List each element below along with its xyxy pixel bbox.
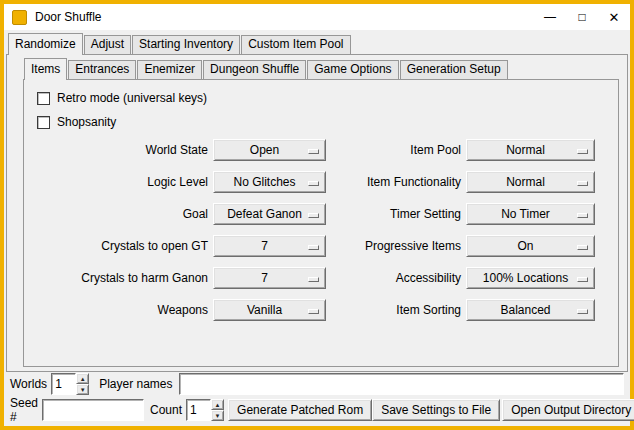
progressive-items-value: On <box>517 239 543 253</box>
option-row: Crystals to harm Ganon 7 Accessibility 1… <box>24 262 618 294</box>
seed-row: Seed # Count ▲ ▼ Generate Patched Rom Sa… <box>10 399 624 421</box>
item-sorting-value: Balanced <box>500 303 560 317</box>
tab-starting-inventory[interactable]: Starting Inventory <box>132 35 240 54</box>
dropdown-indicator-icon <box>308 213 319 218</box>
accessibility-label: Accessibility <box>326 271 461 285</box>
progressive-items-dropdown[interactable]: On <box>466 235 595 257</box>
checkbox-group: Retro mode (universal keys) Shopsanity <box>24 80 618 134</box>
crystals-gt-dropdown[interactable]: 7 <box>213 235 326 257</box>
crystals-gt-value: 7 <box>261 239 278 253</box>
retro-mode-row: Retro mode (universal keys) <box>37 86 618 110</box>
item-functionality-value: Normal <box>506 175 555 189</box>
window-controls: — □ ✕ <box>534 4 630 30</box>
dropdown-indicator-icon <box>577 181 588 186</box>
option-row: Goal Defeat Ganon Timer Setting No Timer <box>24 198 618 230</box>
timer-setting-value: No Timer <box>501 207 560 221</box>
tab-randomize[interactable]: Randomize <box>8 33 83 55</box>
item-pool-dropdown[interactable]: Normal <box>466 139 595 161</box>
logic-level-dropdown[interactable]: No Glitches <box>213 171 326 193</box>
count-input[interactable] <box>186 399 211 421</box>
player-names-input[interactable] <box>179 373 625 395</box>
item-functionality-label: Item Functionality <box>326 175 461 189</box>
weapons-dropdown[interactable]: Vanilla <box>213 299 326 321</box>
worlds-row: Worlds ▲ ▼ Player names <box>10 373 624 395</box>
tab-dungeon-shuffle[interactable]: Dungeon Shuffle <box>203 60 306 79</box>
dropdown-indicator-icon <box>577 149 588 154</box>
shopsanity-label[interactable]: Shopsanity <box>57 115 116 129</box>
option-row: Logic Level No Glitches Item Functionali… <box>24 166 618 198</box>
timer-setting-dropdown[interactable]: No Timer <box>466 203 595 225</box>
dropdown-indicator-icon <box>308 245 319 250</box>
item-sorting-dropdown[interactable]: Balanced <box>466 299 595 321</box>
shopsanity-checkbox[interactable] <box>37 116 50 129</box>
item-sorting-label: Item Sorting <box>326 303 461 317</box>
dropdown-indicator-icon <box>308 277 319 282</box>
spin-up-icon[interactable]: ▲ <box>211 399 224 410</box>
world-state-dropdown[interactable]: Open <box>213 139 326 161</box>
main-content: Randomize Adjust Starting Inventory Cust… <box>4 30 630 426</box>
dropdown-indicator-icon <box>577 277 588 282</box>
count-label: Count <box>150 403 182 417</box>
world-state-value: Open <box>250 143 289 157</box>
count-spin-buttons: ▲ ▼ <box>211 399 224 421</box>
minimize-button[interactable]: — <box>534 4 566 30</box>
generate-patched-rom-button[interactable]: Generate Patched Rom <box>228 399 372 421</box>
dropdown-indicator-icon <box>308 181 319 186</box>
dropdown-indicator-icon <box>577 309 588 314</box>
dropdown-indicator-icon <box>577 213 588 218</box>
accessibility-value: 100% Locations <box>483 271 578 285</box>
weapons-value: Vanilla <box>247 303 292 317</box>
tab-generation-setup[interactable]: Generation Setup <box>400 60 508 79</box>
app-icon <box>12 10 27 25</box>
tab-items[interactable]: Items <box>24 58 67 80</box>
spin-down-icon[interactable]: ▼ <box>76 384 89 395</box>
worlds-spinner: ▲ ▼ <box>51 373 89 395</box>
dropdown-indicator-icon <box>308 309 319 314</box>
dropdown-indicator-icon <box>308 149 319 154</box>
close-button[interactable]: ✕ <box>598 4 630 30</box>
player-names-label: Player names <box>99 377 172 391</box>
tab-adjust[interactable]: Adjust <box>84 35 131 54</box>
bottom-controls: Worlds ▲ ▼ Player names Seed # Count <box>10 373 624 421</box>
save-settings-button[interactable]: Save Settings to File <box>372 399 500 421</box>
tab-enemizer[interactable]: Enemizer <box>137 60 202 79</box>
worlds-input[interactable] <box>51 373 76 395</box>
open-output-directory-button[interactable]: Open Output Directory <box>502 399 634 421</box>
retro-mode-label[interactable]: Retro mode (universal keys) <box>57 91 207 105</box>
inner-tab-bar: Items Entrances Enemizer Dungeon Shuffle… <box>24 58 627 79</box>
world-state-label: World State <box>36 143 208 157</box>
tab-custom-item-pool[interactable]: Custom Item Pool <box>241 35 350 54</box>
titlebar: Door Shuffle — □ ✕ <box>4 4 630 30</box>
logic-level-value: No Glitches <box>233 175 305 189</box>
shopsanity-row: Shopsanity <box>37 110 618 134</box>
crystals-ganon-value: 7 <box>261 271 278 285</box>
window-title: Door Shuffle <box>35 10 102 24</box>
items-panel: Retro mode (universal keys) Shopsanity W… <box>23 79 619 367</box>
seed-input[interactable] <box>42 399 144 421</box>
count-spinner: ▲ ▼ <box>186 399 224 421</box>
outer-tab-bar: Randomize Adjust Starting Inventory Cust… <box>8 33 630 54</box>
item-pool-label: Item Pool <box>326 143 461 157</box>
goal-dropdown[interactable]: Defeat Ganon <box>213 203 326 225</box>
weapons-label: Weapons <box>36 303 208 317</box>
options-grid: World State Open Item Pool Normal Logic … <box>24 134 618 326</box>
spin-down-icon[interactable]: ▼ <box>211 410 224 421</box>
option-row: Weapons Vanilla Item Sorting Balanced <box>24 294 618 326</box>
accessibility-dropdown[interactable]: 100% Locations <box>466 267 595 289</box>
progressive-items-label: Progressive Items <box>326 239 461 253</box>
dropdown-indicator-icon <box>577 245 588 250</box>
option-row: World State Open Item Pool Normal <box>24 134 618 166</box>
crystals-ganon-dropdown[interactable]: 7 <box>213 267 326 289</box>
goal-value: Defeat Ganon <box>227 207 312 221</box>
crystals-ganon-label: Crystals to harm Ganon <box>36 271 208 285</box>
logic-level-label: Logic Level <box>36 175 208 189</box>
tab-entrances[interactable]: Entrances <box>68 60 136 79</box>
timer-setting-label: Timer Setting <box>326 207 461 221</box>
maximize-button[interactable]: □ <box>566 4 598 30</box>
item-functionality-dropdown[interactable]: Normal <box>466 171 595 193</box>
goal-label: Goal <box>36 207 208 221</box>
worlds-spin-buttons: ▲ ▼ <box>76 373 89 395</box>
spin-up-icon[interactable]: ▲ <box>76 373 89 384</box>
retro-mode-checkbox[interactable] <box>37 92 50 105</box>
tab-game-options[interactable]: Game Options <box>307 60 398 79</box>
